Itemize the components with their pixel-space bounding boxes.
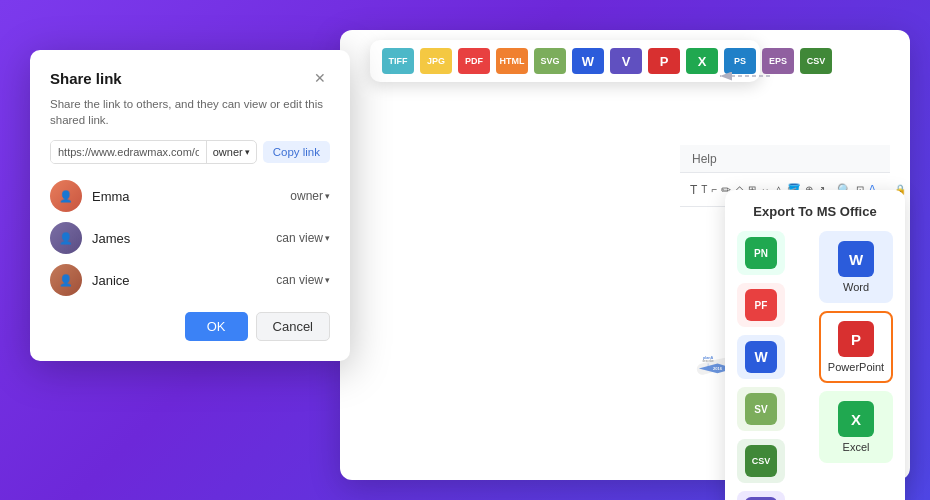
close-button[interactable]: ✕ <box>310 68 330 88</box>
word-export-btn[interactable]: W Word <box>819 231 893 303</box>
permission-dropdown[interactable]: owner ▾ <box>206 141 256 163</box>
csv-btn[interactable]: CSV <box>800 48 832 74</box>
modal-header: Share link ✕ <box>50 68 330 88</box>
user-name-janice: Janice <box>92 273 266 288</box>
powerpoint-label: PowerPoint <box>828 361 884 373</box>
excel-label: Excel <box>843 441 870 453</box>
modal-title: Share link <box>50 70 122 87</box>
help-bar: Help <box>680 145 890 173</box>
svg-text:2016: 2016 <box>713 366 723 371</box>
james-role-label: can view <box>276 231 323 245</box>
user-role-janice[interactable]: can view ▾ <box>276 273 330 287</box>
arrow-decoration <box>715 68 775 102</box>
avatar-janice: 👤 <box>50 264 82 296</box>
cancel-button[interactable]: Cancel <box>256 312 330 341</box>
visio-btn[interactable]: V <box>610 48 642 74</box>
link-input-wrap: owner ▾ <box>50 140 257 164</box>
link-input[interactable] <box>51 141 206 163</box>
modal-footer: OK Cancel <box>50 312 330 341</box>
visio-export-btn[interactable]: V <box>737 491 785 500</box>
csv-export-btn[interactable]: CSV <box>737 439 785 483</box>
jpg-btn[interactable]: JPG <box>420 48 452 74</box>
avatar-james: 👤 <box>50 222 82 254</box>
user-name-james: James <box>92 231 266 246</box>
svg-btn[interactable]: SVG <box>534 48 566 74</box>
avatar-emma: 👤 <box>50 180 82 212</box>
svg-export-btn[interactable]: SV <box>737 387 785 431</box>
user-role-emma[interactable]: owner ▾ <box>290 189 330 203</box>
tiff-btn[interactable]: TIFF <box>382 48 414 74</box>
font-tool[interactable]: T <box>701 178 707 202</box>
word-export-left-btn[interactable]: W <box>737 335 785 379</box>
user-name-emma: Emma <box>92 189 280 204</box>
export-ms-panel: Export To MS Office PN PF W SV CSV <box>725 190 905 500</box>
permission-chevron-icon: ▾ <box>245 147 250 157</box>
user-row-3: 👤 Janice can view ▾ <box>50 264 330 296</box>
powerpoint-export-btn[interactable]: P PowerPoint <box>819 311 893 383</box>
emma-role-label: owner <box>290 189 323 203</box>
word-small-btn[interactable]: W <box>572 48 604 74</box>
permission-label: owner <box>213 146 243 158</box>
html-btn[interactable]: HTML <box>496 48 528 74</box>
user-row-1: 👤 Emma owner ▾ <box>50 180 330 212</box>
format-toolbar: TIFF JPG PDF HTML SVG W V P X PS EPS CSV <box>370 40 760 82</box>
copy-link-button[interactable]: Copy link <box>263 141 330 163</box>
janice-role-label: can view <box>276 273 323 287</box>
excel-small-btn[interactable]: X <box>686 48 718 74</box>
png-export-btn[interactable]: PN <box>737 231 785 275</box>
corner-tool[interactable]: ⌐ <box>711 178 717 202</box>
export-panel-title: Export To MS Office <box>737 204 893 219</box>
janice-role-chevron-icon: ▾ <box>325 275 330 285</box>
user-role-james[interactable]: can view ▾ <box>276 231 330 245</box>
help-label: Help <box>692 152 717 166</box>
share-modal: Share link ✕ Share the link to others, a… <box>30 50 350 361</box>
james-role-chevron-icon: ▾ <box>325 233 330 243</box>
ok-button[interactable]: OK <box>185 312 248 341</box>
pdf-export-btn[interactable]: PF <box>737 283 785 327</box>
pdf-btn[interactable]: PDF <box>458 48 490 74</box>
ppt-small-btn[interactable]: P <box>648 48 680 74</box>
user-row-2: 👤 James can view ▾ <box>50 222 330 254</box>
word-label: Word <box>843 281 869 293</box>
emma-role-chevron-icon: ▾ <box>325 191 330 201</box>
modal-description: Share the link to others, and they can v… <box>50 96 330 128</box>
excel-export-btn[interactable]: X Excel <box>819 391 893 463</box>
svg-text:describe: describe <box>702 359 714 363</box>
link-row: owner ▾ Copy link <box>50 140 330 164</box>
text-tool[interactable]: T <box>690 178 697 202</box>
